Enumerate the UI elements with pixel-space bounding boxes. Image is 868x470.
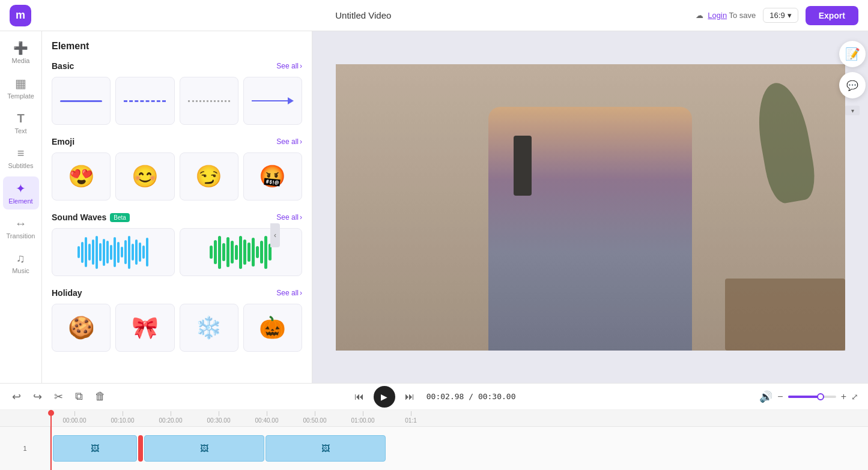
sound-waves-see-all[interactable]: See all ›: [276, 213, 302, 221]
sound-waves-grid: [52, 228, 302, 276]
toolbar-center: ⏮ ▶ ⏭ 00:02.98 / 00:30.00: [352, 386, 516, 408]
cut-button[interactable]: ✂: [52, 388, 65, 406]
scroll-indicator[interactable]: ▾: [845, 106, 860, 115]
topbar-right: ☁ Login To save 16:9 ▾ Export: [696, 6, 858, 25]
basic-section-title: Basic: [52, 61, 74, 71]
ruler-mark-7: 01:1: [387, 411, 435, 424]
timeline-ruler: 00:00.00 00:10.00 00:20.00 00:30.00 00:4…: [0, 410, 868, 427]
emoji-see-all[interactable]: See all ›: [276, 137, 302, 146]
basic-grid: [52, 77, 302, 125]
panel-title: Element: [52, 41, 302, 52]
bottom-section: ↩ ↪ ✂ ⧉ 🗑 ⏮ ▶ ⏭ 00:02.98 / 00:30.00 🔊 −: [0, 383, 868, 470]
video-title: Untitled Video: [335, 10, 391, 20]
sidebar-item-media[interactable]: ➕ Media: [3, 36, 39, 69]
zoom-out-icon[interactable]: −: [777, 391, 783, 402]
timeline: 00:00.00 00:10.00 00:20.00 00:30.00 00:4…: [0, 410, 868, 470]
track-clip-3[interactable]: 🖼: [266, 435, 386, 462]
transition-icon: ↔: [15, 217, 27, 230]
export-button[interactable]: Export: [806, 6, 858, 25]
topbar-left: m: [10, 5, 31, 26]
sound-wave-green[interactable]: [180, 228, 303, 276]
time-separator: /: [469, 392, 478, 401]
emoji-smile[interactable]: 😊: [115, 152, 174, 200]
chevron-right-icon: ›: [300, 289, 302, 297]
text-icon: T: [17, 112, 24, 125]
arrow-line-graphic: [252, 97, 294, 104]
zoom-slider[interactable]: [788, 396, 836, 398]
notepad-float-icon[interactable]: 📝: [839, 41, 866, 67]
sound-waves-section-header: Sound Waves Beta See all ›: [52, 212, 302, 222]
panel-collapse-button[interactable]: ‹: [270, 223, 280, 247]
volume-icon[interactable]: 🔊: [759, 390, 772, 403]
sound-waves-section-title: Sound Waves Beta: [52, 212, 130, 222]
emoji-angry[interactable]: 🤬: [243, 152, 302, 200]
playhead-dot: [48, 410, 54, 416]
app-logo: m: [10, 5, 31, 26]
video-frame: [336, 64, 845, 351]
holiday-see-all[interactable]: See all ›: [276, 289, 302, 297]
dotted-line-element[interactable]: [180, 77, 238, 125]
emoji-heart-eyes[interactable]: 😍: [52, 152, 111, 200]
holiday-pumpkin[interactable]: 🎃: [243, 304, 302, 352]
sidebar-item-element[interactable]: ✦ Element: [3, 176, 39, 209]
sidebar-item-transition[interactable]: ↔ Transition: [3, 212, 39, 244]
skip-forward-button[interactable]: ⏭: [402, 389, 417, 405]
chevron-right-icon: ›: [300, 213, 302, 221]
duplicate-button[interactable]: ⧉: [73, 388, 85, 405]
track-clip-1[interactable]: 🖼: [53, 435, 137, 462]
ruler-mark-4: 00:40.00: [243, 411, 291, 424]
template-icon: ▦: [15, 76, 26, 91]
login-icon: ☁: [696, 11, 703, 20]
beta-badge: Beta: [110, 213, 130, 222]
login-to-save: ☁ Login To save: [696, 11, 756, 20]
element-panel: Element Basic See all ›: [42, 31, 312, 383]
aspect-ratio-selector[interactable]: 16:9 ▾: [763, 8, 798, 23]
sidebar-item-subtitles[interactable]: ≡ Subtitles: [3, 142, 39, 174]
main-area: ➕ Media ▦ Template T Text ≡ Subtitles ✦ …: [0, 31, 868, 383]
delete-button[interactable]: 🗑: [93, 388, 108, 405]
dashed-line-graphic: [124, 100, 166, 102]
track-clip-2[interactable]: 🖼: [144, 435, 264, 462]
topbar: m Untitled Video ☁ Login To save 16:9 ▾ …: [0, 0, 868, 31]
chevron-down-icon: ▾: [788, 11, 792, 20]
sound-wave-blue[interactable]: [52, 228, 175, 276]
holiday-section: Holiday See all › 🍪 🎀 ❄️ 🎃: [52, 288, 302, 352]
track-label: 1: [0, 427, 50, 470]
fullscreen-icon[interactable]: ⤢: [851, 392, 858, 402]
play-button[interactable]: ▶: [374, 386, 395, 408]
color-grade: [336, 64, 845, 351]
holiday-section-title: Holiday: [52, 288, 82, 298]
basic-see-all[interactable]: See all ›: [276, 62, 302, 70]
clip-icon-3: 🖼: [321, 444, 330, 453]
arrow-line-element[interactable]: [243, 77, 302, 125]
holiday-grid: 🍪 🎀 ❄️ 🎃: [52, 304, 302, 352]
login-link[interactable]: Login: [708, 11, 727, 20]
zoom-in-icon[interactable]: +: [841, 391, 846, 402]
zoom-thumb[interactable]: [817, 393, 824, 400]
dashed-line-element[interactable]: [115, 77, 174, 125]
total-time: 00:30.00: [478, 392, 516, 401]
emoji-section-header: Emoji See all ›: [52, 137, 302, 146]
holiday-gingerbread[interactable]: 🍪: [52, 304, 111, 352]
sidebar-item-music[interactable]: ♫ Music: [3, 247, 39, 279]
help-float-icon[interactable]: 💬: [839, 72, 866, 98]
holiday-section-header: Holiday See all ›: [52, 288, 302, 298]
holiday-bow[interactable]: 🎀: [115, 304, 174, 352]
holiday-snowflake[interactable]: ❄️: [180, 304, 238, 352]
chevron-right-icon: ›: [300, 62, 302, 70]
toolbar-right: 🔊 − + ⤢: [759, 390, 858, 403]
emoji-smirk[interactable]: 😏: [180, 152, 238, 200]
nav-sidebar: ➕ Media ▦ Template T Text ≡ Subtitles ✦ …: [0, 31, 42, 383]
video-container: [336, 64, 845, 351]
undo-button[interactable]: ↩: [10, 388, 23, 406]
clip-icon: 🖼: [91, 444, 99, 453]
current-time: 00:02.98: [426, 392, 464, 401]
dotted-line-graphic: [188, 100, 230, 102]
skip-back-button[interactable]: ⏮: [352, 389, 366, 405]
playback-controls: ⏮ ▶ ⏭: [352, 386, 417, 408]
sidebar-item-template[interactable]: ▦ Template: [3, 71, 39, 104]
solid-line-element[interactable]: [52, 77, 111, 125]
ruler-mark-3: 00:30.00: [195, 411, 243, 424]
redo-button[interactable]: ↪: [31, 388, 44, 406]
sidebar-item-text[interactable]: T Text: [3, 107, 39, 139]
